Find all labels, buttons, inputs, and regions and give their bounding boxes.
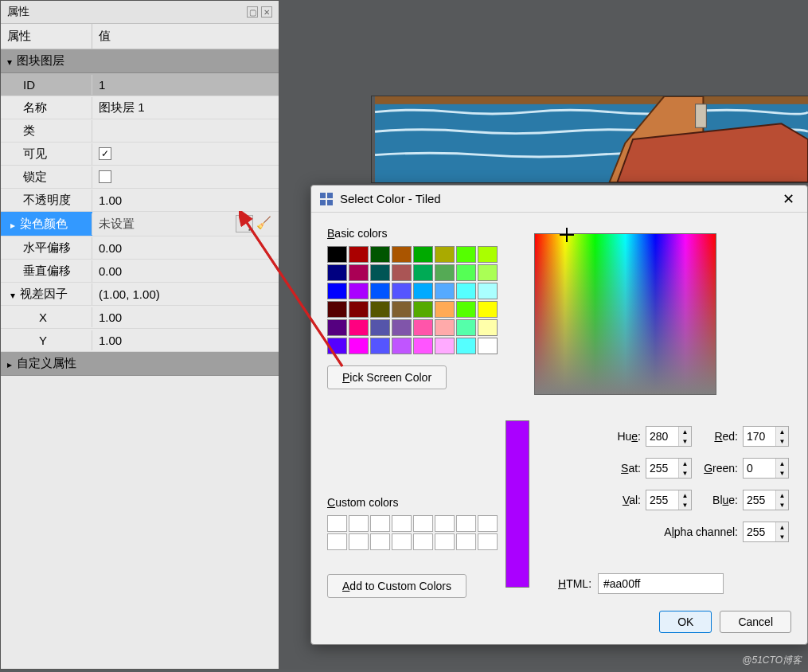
basic-color-swatch[interactable] xyxy=(370,338,390,354)
basic-color-swatch[interactable] xyxy=(456,301,476,318)
html-input[interactable] xyxy=(598,573,724,594)
red-input[interactable]: ▲▼ xyxy=(743,426,789,447)
basic-color-swatch[interactable] xyxy=(435,338,455,354)
basic-color-swatch[interactable] xyxy=(456,338,476,354)
basic-color-swatch[interactable] xyxy=(327,264,347,281)
basic-color-swatch[interactable] xyxy=(327,338,347,354)
close-panel-icon[interactable]: ✕ xyxy=(261,6,272,18)
custom-swatch[interactable] xyxy=(327,515,347,532)
custom-swatch[interactable] xyxy=(413,515,433,532)
custom-swatch[interactable] xyxy=(435,515,455,532)
green-input[interactable]: ▲▼ xyxy=(743,458,789,479)
row-locked[interactable]: 锁定 xyxy=(1,166,279,189)
checkbox-locked[interactable] xyxy=(99,170,111,183)
spin-down-icon[interactable]: ▼ xyxy=(776,436,788,446)
spin-down-icon[interactable]: ▼ xyxy=(679,468,691,478)
custom-swatch[interactable] xyxy=(327,533,347,550)
custom-swatch[interactable] xyxy=(456,515,476,532)
custom-swatch[interactable] xyxy=(392,515,412,532)
custom-swatch[interactable] xyxy=(370,533,390,550)
basic-color-swatch[interactable] xyxy=(370,319,390,336)
hue-input[interactable]: ▲▼ xyxy=(646,426,692,447)
basic-color-swatch[interactable] xyxy=(349,264,369,281)
row-v-offset[interactable]: 垂直偏移 0.00 xyxy=(1,260,279,283)
basic-color-swatch[interactable] xyxy=(478,301,498,318)
value-parallax[interactable]: (1.00, 1.00) xyxy=(92,284,279,304)
brush-icon[interactable]: 🧹 xyxy=(256,216,272,232)
color-picker-button[interactable] xyxy=(236,215,253,232)
basic-color-swatch[interactable] xyxy=(435,264,455,281)
dialog-titlebar[interactable]: Select Color - Tiled ✕ xyxy=(311,186,807,213)
basic-color-swatch[interactable] xyxy=(370,283,390,299)
custom-swatch[interactable] xyxy=(478,533,498,550)
basic-color-swatch[interactable] xyxy=(456,264,476,281)
basic-color-swatch[interactable] xyxy=(456,246,476,263)
custom-swatch[interactable] xyxy=(370,515,390,532)
basic-color-swatch[interactable] xyxy=(413,283,433,299)
basic-color-swatch[interactable] xyxy=(413,246,433,263)
basic-color-swatch[interactable] xyxy=(456,283,476,299)
spin-up-icon[interactable]: ▲ xyxy=(776,427,788,436)
row-parallax-x[interactable]: X 1.00 xyxy=(1,306,279,329)
basic-color-swatch[interactable] xyxy=(349,301,369,318)
spin-up-icon[interactable]: ▲ xyxy=(679,459,691,468)
basic-color-swatch[interactable] xyxy=(392,264,412,281)
basic-color-swatch[interactable] xyxy=(349,283,369,299)
basic-color-swatch[interactable] xyxy=(370,246,390,263)
spin-down-icon[interactable]: ▼ xyxy=(776,532,788,541)
basic-color-swatch[interactable] xyxy=(435,319,455,336)
row-class[interactable]: 类 xyxy=(1,119,279,143)
row-tint-color[interactable]: 染色颜色 未设置 🧹 xyxy=(1,212,279,236)
custom-swatch[interactable] xyxy=(456,533,476,550)
value-voffset[interactable]: 0.00 xyxy=(92,261,279,281)
row-parallax-y[interactable]: Y 1.00 xyxy=(1,329,279,352)
expand-icon[interactable] xyxy=(10,217,15,231)
basic-color-swatch[interactable] xyxy=(327,246,347,263)
custom-swatch[interactable] xyxy=(392,533,412,550)
spin-down-icon[interactable]: ▼ xyxy=(679,500,691,510)
row-name[interactable]: 名称 图块层 1 xyxy=(1,96,279,119)
gradient-cursor[interactable] xyxy=(563,231,571,239)
basic-color-swatch[interactable] xyxy=(392,283,412,299)
section-custom-props[interactable]: 自定义属性 xyxy=(1,352,279,376)
section-tile-layer[interactable]: 图块图层 xyxy=(1,49,279,73)
basic-color-swatch[interactable] xyxy=(370,301,390,318)
basic-color-swatch[interactable] xyxy=(392,301,412,318)
basic-color-swatch[interactable] xyxy=(392,319,412,336)
custom-swatch[interactable] xyxy=(349,515,369,532)
spin-up-icon[interactable]: ▲ xyxy=(776,490,788,500)
color-gradient[interactable] xyxy=(534,233,716,395)
basic-color-swatch[interactable] xyxy=(413,338,433,354)
basic-color-swatch[interactable] xyxy=(327,319,347,336)
expand-icon[interactable] xyxy=(10,287,15,301)
basic-color-swatch[interactable] xyxy=(413,319,433,336)
row-visible[interactable]: 可见 ✓ xyxy=(1,143,279,166)
basic-color-swatch[interactable] xyxy=(456,319,476,336)
spin-down-icon[interactable]: ▼ xyxy=(776,468,788,478)
sat-input[interactable]: ▲▼ xyxy=(646,458,692,479)
spin-up-icon[interactable]: ▲ xyxy=(679,490,691,500)
spin-up-icon[interactable]: ▲ xyxy=(679,427,691,436)
basic-color-swatch[interactable] xyxy=(435,283,455,299)
basic-color-swatch[interactable] xyxy=(478,319,498,336)
spin-down-icon[interactable]: ▼ xyxy=(776,500,788,510)
value-name[interactable]: 图块层 1 xyxy=(92,97,279,119)
pick-screen-color-button[interactable]: Pick Screen Color xyxy=(327,365,447,389)
basic-color-swatch[interactable] xyxy=(392,338,412,354)
row-h-offset[interactable]: 水平偏移 0.00 xyxy=(1,236,279,260)
close-icon[interactable]: ✕ xyxy=(777,188,799,210)
basic-color-swatch[interactable] xyxy=(413,264,433,281)
basic-color-swatch[interactable] xyxy=(392,246,412,263)
row-opacity[interactable]: 不透明度 1.00 xyxy=(1,189,279,212)
custom-swatch[interactable] xyxy=(349,533,369,550)
basic-color-swatch[interactable] xyxy=(413,301,433,318)
basic-color-swatch[interactable] xyxy=(435,246,455,263)
spin-down-icon[interactable]: ▼ xyxy=(679,436,691,446)
value-px[interactable]: 1.00 xyxy=(92,307,279,327)
custom-swatch[interactable] xyxy=(435,533,455,550)
minimize-icon[interactable]: ▢ xyxy=(247,6,258,18)
value-class[interactable] xyxy=(92,127,279,134)
value-opacity[interactable]: 1.00 xyxy=(92,190,279,210)
value-hoffset[interactable]: 0.00 xyxy=(92,238,279,258)
basic-color-swatch[interactable] xyxy=(327,283,347,299)
